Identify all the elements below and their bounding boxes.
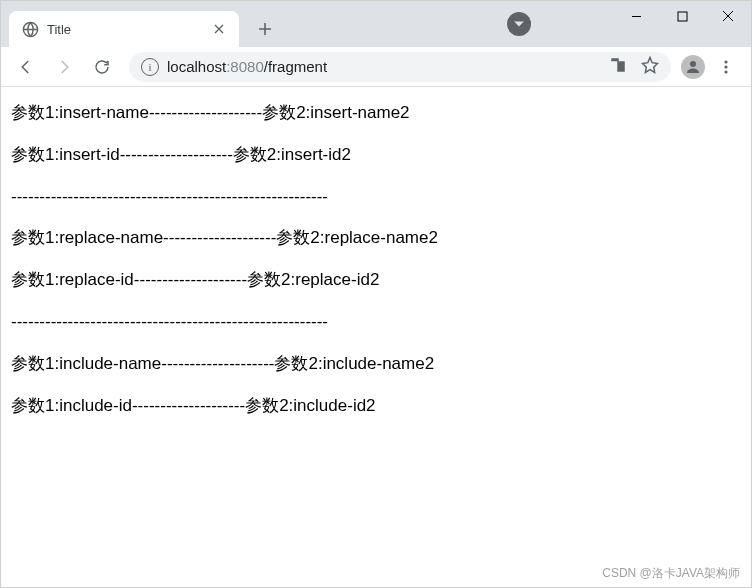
- titlebar: Title: [1, 1, 751, 47]
- url-host: localhost: [167, 58, 226, 75]
- globe-icon: [21, 20, 39, 38]
- svg-rect-1: [678, 12, 687, 21]
- toolbar: i localhost:8080/fragment: [1, 47, 751, 87]
- page-content: 参数1:insert-name--------------------参数2:i…: [1, 87, 751, 587]
- content-line: 参数1:insert-name--------------------参数2:i…: [11, 101, 741, 125]
- content-line: 参数1:replace-id--------------------参数2:re…: [11, 268, 741, 292]
- address-bar[interactable]: i localhost:8080/fragment: [129, 52, 671, 82]
- new-tab-button[interactable]: [251, 15, 279, 43]
- window-controls: [613, 1, 751, 35]
- content-line: 参数1:include-id--------------------参数2:in…: [11, 394, 741, 418]
- bookmark-icon[interactable]: [641, 56, 659, 77]
- translate-icon[interactable]: [609, 56, 627, 77]
- svg-point-5: [724, 70, 727, 73]
- site-info-icon[interactable]: i: [141, 58, 159, 76]
- url-port: :8080: [226, 58, 264, 75]
- browser-tab[interactable]: Title: [9, 11, 239, 47]
- content-line: ----------------------------------------…: [11, 310, 741, 334]
- forward-button[interactable]: [47, 50, 81, 84]
- omnibox-actions: [609, 56, 659, 77]
- content-line: ----------------------------------------…: [11, 185, 741, 209]
- tab-close-button[interactable]: [211, 21, 227, 37]
- content-line: 参数1:insert-id--------------------参数2:ins…: [11, 143, 741, 167]
- svg-point-4: [724, 65, 727, 68]
- tab-title: Title: [47, 22, 203, 37]
- maximize-button[interactable]: [659, 1, 705, 31]
- account-indicator-icon[interactable]: [507, 12, 531, 36]
- minimize-button[interactable]: [613, 1, 659, 31]
- url-text: localhost:8080/fragment: [167, 58, 327, 75]
- profile-avatar[interactable]: [681, 55, 705, 79]
- browser-window: Title: [0, 0, 752, 588]
- content-line: 参数1:replace-name--------------------参数2:…: [11, 226, 741, 250]
- close-window-button[interactable]: [705, 1, 751, 31]
- content-line: 参数1:include-name--------------------参数2:…: [11, 352, 741, 376]
- back-button[interactable]: [9, 50, 43, 84]
- svg-point-2: [690, 61, 696, 67]
- reload-button[interactable]: [85, 50, 119, 84]
- menu-button[interactable]: [709, 50, 743, 84]
- url-path: /fragment: [264, 58, 327, 75]
- svg-point-3: [724, 60, 727, 63]
